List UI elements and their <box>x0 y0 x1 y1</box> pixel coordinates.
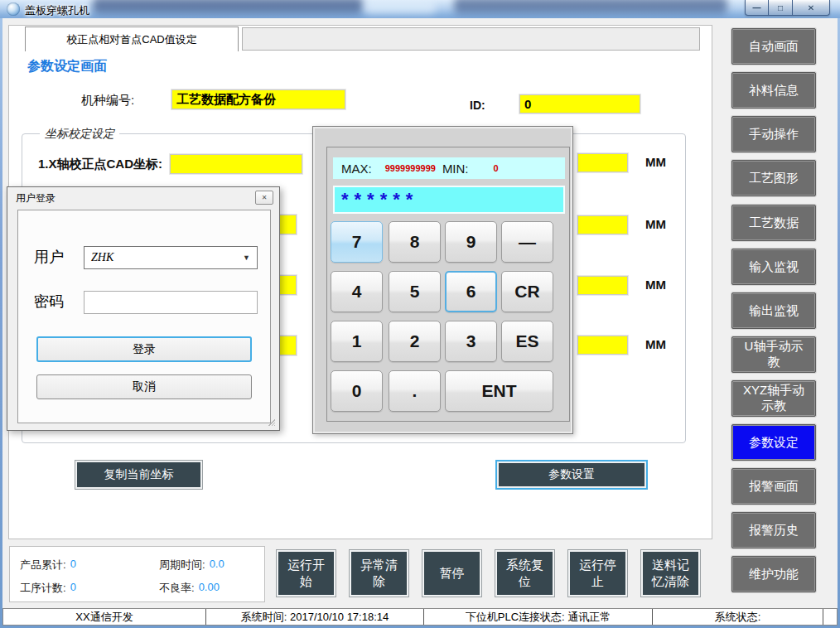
min-value: 0 <box>494 163 499 173</box>
stat-cycle-time: 周期时间: 0.0 <box>159 558 224 572</box>
coordinate-value-field-4[interactable] <box>577 336 628 355</box>
stat-value: 0 <box>70 581 76 596</box>
app-icon <box>7 2 20 16</box>
key-5[interactable]: 5 <box>389 271 441 312</box>
key-minus[interactable]: — <box>501 221 553 263</box>
title-bar: 盖板穿螺孔机 — □ ✕ <box>0 0 840 18</box>
system-reset-button[interactable]: 系统复 位 <box>495 549 555 597</box>
background-window-blur <box>364 1 436 14</box>
stat-value: 0 <box>70 558 76 572</box>
background-window-blur <box>93 0 363 13</box>
tab-strip <box>242 27 700 51</box>
key-es[interactable]: ES <box>501 321 553 362</box>
window-title: 盖板穿螺孔机 <box>25 3 89 18</box>
x-cad-coordinate-field[interactable] <box>170 154 302 174</box>
run-start-button[interactable]: 运行开 始 <box>276 549 336 597</box>
user-label: 用户 <box>34 247 64 267</box>
chevron-down-icon: ▼ <box>243 254 250 262</box>
sidebar-item-output-monitor[interactable]: 输出监视 <box>731 292 816 329</box>
user-login-dialog: 用户登录 ✕ 用户 ZHK ▼ 密码 登录 取消 <box>7 186 280 431</box>
page-title: 参数设定画面 <box>27 58 107 75</box>
copy-current-coordinates-button[interactable]: 复制当前坐标 <box>75 460 203 490</box>
coordinate-value-field-2[interactable] <box>577 215 628 234</box>
coordinate-value-field-3[interactable] <box>577 276 628 295</box>
status-system-state: 系统状态: <box>652 609 823 625</box>
unit-label: MM <box>645 155 666 169</box>
close-button[interactable]: ✕ <box>793 0 830 16</box>
stat-label: 工序计数: <box>20 581 66 596</box>
login-dialog-title: 用户登录 <box>16 191 56 205</box>
stat-value: 0.00 <box>199 581 220 596</box>
user-select-value: ZHK <box>91 251 243 264</box>
app-window: 盖板穿螺孔机 — □ ✕ 校正点相对首点CAD值设定 参数设定画面 机种编号: … <box>0 0 840 628</box>
sidebar-item-alarm-screen[interactable]: 报警画面 <box>731 468 816 505</box>
key-4[interactable]: 4 <box>331 271 383 312</box>
key-0[interactable]: 0 <box>331 370 383 412</box>
sidebar-item-manual-operation[interactable]: 手动操作 <box>731 116 816 152</box>
sidebar-item-refill-info[interactable]: 补料信息 <box>731 72 816 109</box>
x-cad-coordinate-label: 1.X轴校正点CAD坐标: <box>38 157 162 172</box>
key-3[interactable]: 3 <box>445 321 497 362</box>
unit-label: MM <box>645 337 666 351</box>
key-dot[interactable]: . <box>389 370 441 412</box>
numeric-keypad-dialog: MAX: 9999999999 MIN: 0 ****** 7 8 9 — 4 … <box>312 126 573 434</box>
max-value: 9999999999 <box>385 163 436 173</box>
resize-grip[interactable] <box>266 417 275 426</box>
pause-button[interactable]: 暂停 <box>422 549 482 597</box>
stat-product-total: 产品累计: 0 <box>20 558 76 572</box>
machine-number-label: 机种编号: <box>81 93 134 109</box>
sidebar-item-parameter-setting[interactable]: 参数设定 <box>731 424 816 461</box>
stat-defect-rate: 不良率: 0.00 <box>159 581 220 596</box>
key-2[interactable]: 2 <box>389 321 441 362</box>
machine-number-field[interactable]: 工艺数据配方备份 <box>171 89 345 109</box>
tab-cad-value-setting[interactable]: 校正点相对首点CAD值设定 <box>25 27 239 51</box>
window-controls: — □ ✕ <box>745 0 830 16</box>
feed-memory-clear-button[interactable]: 送料记 忆清除 <box>640 549 701 597</box>
production-stats-panel: 产品累计: 0 周期时间: 0.0 工序计数: 0 不良率: 0.00 <box>9 546 265 602</box>
sidebar-item-alarm-history[interactable]: 报警历史 <box>731 512 816 548</box>
login-button[interactable]: 登录 <box>36 336 252 362</box>
background-window-blur <box>454 0 727 13</box>
stat-label: 产品累计: <box>20 558 66 572</box>
sidebar-item-maintenance[interactable]: 维护功能 <box>731 556 816 592</box>
id-label: ID: <box>470 99 485 112</box>
keypad-inner-panel: MAX: 9999999999 MIN: 0 ****** 7 8 9 — 4 … <box>326 147 570 422</box>
stat-process-count: 工序计数: 0 <box>20 581 76 596</box>
min-label: MIN: <box>442 162 469 176</box>
groupbox-legend: 坐标校定设定 <box>40 127 119 142</box>
cancel-button[interactable]: 取消 <box>36 374 252 399</box>
status-system-time: 系统时间: 2017/10/10 17:18:14 <box>205 609 423 625</box>
status-filler <box>823 609 837 625</box>
minimize-button[interactable]: — <box>745 0 769 16</box>
id-field[interactable]: 0 <box>519 94 640 114</box>
sidebar-item-xyz-axis-teach[interactable]: XYZ轴手动 示教 <box>731 380 816 417</box>
dialog-close-icon[interactable]: ✕ <box>255 191 273 205</box>
key-9[interactable]: 9 <box>445 221 497 263</box>
unit-label: MM <box>645 217 666 231</box>
status-bar: XX通信开发 系统时间: 2017/10/10 17:18:14 下位机PLC连… <box>2 608 838 626</box>
key-8[interactable]: 8 <box>389 221 441 263</box>
stat-label: 周期时间: <box>159 558 205 572</box>
sidebar-item-input-monitor[interactable]: 输入监视 <box>731 249 816 285</box>
max-label: MAX: <box>341 162 372 176</box>
maximize-button[interactable]: □ <box>769 0 793 16</box>
password-label: 密码 <box>34 292 64 312</box>
key-7[interactable]: 7 <box>331 221 383 263</box>
sidebar-item-process-data[interactable]: 工艺数据 <box>731 205 816 241</box>
sidebar-item-u-axis-teach[interactable]: U轴手动示 教 <box>731 336 816 373</box>
sidebar-item-auto-screen[interactable]: 自动画面 <box>731 28 816 65</box>
status-plc-connection: 下位机PLC连接状态: 通讯正常 <box>423 609 652 625</box>
clear-error-button[interactable]: 异常清 除 <box>349 549 409 597</box>
password-field[interactable] <box>84 291 258 314</box>
stat-label: 不良率: <box>159 581 195 596</box>
key-1[interactable]: 1 <box>331 321 383 362</box>
key-6[interactable]: 6 <box>445 271 497 312</box>
parameter-set-button[interactable]: 参数设置 <box>495 460 648 490</box>
sidebar-item-process-graphics[interactable]: 工艺图形 <box>731 160 816 196</box>
run-stop-button[interactable]: 运行停 止 <box>567 549 628 597</box>
coordinate-value-field-1[interactable] <box>577 153 628 172</box>
key-cr[interactable]: CR <box>501 271 553 312</box>
user-select[interactable]: ZHK ▼ <box>84 246 258 269</box>
key-enter[interactable]: ENT <box>445 370 553 412</box>
limit-bar: MAX: 9999999999 MIN: 0 <box>333 157 565 179</box>
